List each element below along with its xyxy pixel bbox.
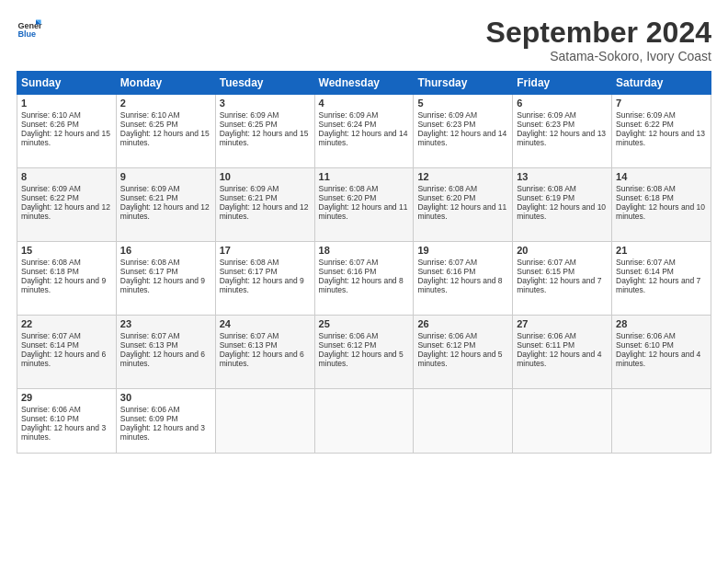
sunset-text: Sunset: 6:12 PM <box>319 340 377 350</box>
day-number: 7 <box>616 98 707 109</box>
sunset-text: Sunset: 6:15 PM <box>517 267 574 276</box>
sunset-text: Sunset: 6:17 PM <box>120 267 178 276</box>
sunrise-text: Sunrise: 6:10 AM <box>21 110 81 120</box>
day-number: 16 <box>120 245 211 256</box>
sunrise-text: Sunrise: 6:06 AM <box>120 405 180 414</box>
sunrise-text: Sunrise: 6:07 AM <box>616 258 676 267</box>
sunset-text: Sunset: 6:22 PM <box>21 193 79 202</box>
sunrise-text: Sunrise: 6:06 AM <box>616 331 676 340</box>
table-row: 17Sunrise: 6:08 AMSunset: 6:17 PMDayligh… <box>215 242 314 316</box>
table-row: 11Sunrise: 6:08 AMSunset: 6:20 PMDayligh… <box>314 168 414 242</box>
sunrise-text: Sunrise: 6:07 AM <box>21 331 81 340</box>
daylight-text: Daylight: 12 hours and 14 minutes. <box>417 129 506 147</box>
table-row: 23Sunrise: 6:07 AMSunset: 6:13 PMDayligh… <box>116 316 215 389</box>
day-number: 2 <box>120 98 211 109</box>
daylight-text: Daylight: 12 hours and 8 minutes. <box>319 276 404 294</box>
table-row: 22Sunrise: 6:07 AMSunset: 6:14 PMDayligh… <box>17 316 117 389</box>
sunrise-text: Sunrise: 6:08 AM <box>616 184 676 193</box>
daylight-text: Daylight: 12 hours and 3 minutes. <box>120 423 205 442</box>
day-number: 1 <box>21 98 112 109</box>
table-row: 21Sunrise: 6:07 AMSunset: 6:14 PMDayligh… <box>612 242 711 316</box>
day-number: 28 <box>616 318 707 329</box>
table-row: 25Sunrise: 6:06 AMSunset: 6:12 PMDayligh… <box>314 316 414 389</box>
table-row: 19Sunrise: 6:07 AMSunset: 6:16 PMDayligh… <box>414 242 513 316</box>
sunset-text: Sunset: 6:19 PM <box>517 193 574 202</box>
sunset-text: Sunset: 6:24 PM <box>319 120 377 129</box>
sunset-text: Sunset: 6:17 PM <box>220 267 278 276</box>
daylight-text: Daylight: 12 hours and 6 minutes. <box>220 350 304 368</box>
daylight-text: Daylight: 12 hours and 14 minutes. <box>319 129 408 147</box>
table-row: 9Sunrise: 6:09 AMSunset: 6:21 PMDaylight… <box>116 168 215 242</box>
sunrise-text: Sunrise: 6:09 AM <box>220 184 279 193</box>
logo: General Blue <box>17 17 42 42</box>
day-number: 22 <box>21 318 112 329</box>
day-number: 23 <box>120 318 211 329</box>
daylight-text: Daylight: 12 hours and 5 minutes. <box>417 350 502 368</box>
daylight-text: Daylight: 12 hours and 6 minutes. <box>21 350 106 368</box>
sunrise-text: Sunrise: 6:07 AM <box>220 331 279 340</box>
col-wednesday: Wednesday <box>314 72 414 95</box>
table-row: 29Sunrise: 6:06 AMSunset: 6:10 PMDayligh… <box>17 389 117 454</box>
daylight-text: Daylight: 12 hours and 9 minutes. <box>21 276 106 294</box>
day-number: 30 <box>120 392 211 403</box>
table-row: 26Sunrise: 6:06 AMSunset: 6:12 PMDayligh… <box>414 316 513 389</box>
daylight-text: Daylight: 12 hours and 6 minutes. <box>120 350 205 368</box>
day-number: 19 <box>417 245 508 256</box>
daylight-text: Daylight: 12 hours and 13 minutes. <box>517 129 606 147</box>
table-row: 20Sunrise: 6:07 AMSunset: 6:15 PMDayligh… <box>513 242 612 316</box>
page-header: General Blue September 2024 Satama-Sokor… <box>17 17 711 63</box>
daylight-text: Daylight: 12 hours and 12 minutes. <box>220 202 309 221</box>
sunrise-text: Sunrise: 6:07 AM <box>417 258 477 267</box>
sunrise-text: Sunrise: 6:09 AM <box>517 110 576 120</box>
sunrise-text: Sunrise: 6:10 AM <box>120 110 180 120</box>
day-number: 29 <box>21 392 112 403</box>
day-number: 6 <box>517 98 608 109</box>
sunrise-text: Sunrise: 6:09 AM <box>319 110 379 120</box>
daylight-text: Daylight: 12 hours and 9 minutes. <box>220 276 304 294</box>
day-number: 15 <box>21 245 112 256</box>
daylight-text: Daylight: 12 hours and 7 minutes. <box>517 276 601 294</box>
daylight-text: Daylight: 12 hours and 11 minutes. <box>319 202 408 221</box>
table-row: 15Sunrise: 6:08 AMSunset: 6:18 PMDayligh… <box>17 242 117 316</box>
logo-icon: General Blue <box>17 17 42 42</box>
svg-text:Blue: Blue <box>17 29 36 39</box>
daylight-text: Daylight: 12 hours and 4 minutes. <box>616 350 700 368</box>
sunset-text: Sunset: 6:25 PM <box>220 120 278 129</box>
daylight-text: Daylight: 12 hours and 12 minutes. <box>21 202 110 221</box>
sunset-text: Sunset: 6:18 PM <box>616 193 674 202</box>
sunset-text: Sunset: 6:16 PM <box>417 267 475 276</box>
table-row <box>612 389 711 454</box>
day-number: 5 <box>417 98 508 109</box>
daylight-text: Daylight: 12 hours and 15 minutes. <box>220 129 309 147</box>
sunrise-text: Sunrise: 6:07 AM <box>517 258 576 267</box>
daylight-text: Daylight: 12 hours and 3 minutes. <box>21 423 106 442</box>
table-row <box>414 389 513 454</box>
day-number: 8 <box>21 171 112 182</box>
sunrise-text: Sunrise: 6:06 AM <box>21 405 81 414</box>
calendar-table: Sunday Monday Tuesday Wednesday Thursday… <box>17 71 711 454</box>
table-row: 4Sunrise: 6:09 AMSunset: 6:24 PMDaylight… <box>314 95 414 168</box>
sunset-text: Sunset: 6:12 PM <box>417 340 475 350</box>
table-row: 13Sunrise: 6:08 AMSunset: 6:19 PMDayligh… <box>513 168 612 242</box>
sunrise-text: Sunrise: 6:09 AM <box>120 184 180 193</box>
sunrise-text: Sunrise: 6:09 AM <box>220 110 279 120</box>
col-saturday: Saturday <box>612 72 711 95</box>
sunrise-text: Sunrise: 6:08 AM <box>220 258 279 267</box>
table-row: 24Sunrise: 6:07 AMSunset: 6:13 PMDayligh… <box>215 316 314 389</box>
table-row: 2Sunrise: 6:10 AMSunset: 6:25 PMDaylight… <box>116 95 215 168</box>
table-row <box>215 389 314 454</box>
month-title: September 2024 <box>486 17 711 49</box>
col-sunday: Sunday <box>17 72 117 95</box>
sunset-text: Sunset: 6:11 PM <box>517 340 574 350</box>
daylight-text: Daylight: 12 hours and 10 minutes. <box>517 202 606 221</box>
sunset-text: Sunset: 6:14 PM <box>616 267 674 276</box>
sunset-text: Sunset: 6:18 PM <box>21 267 79 276</box>
table-row: 5Sunrise: 6:09 AMSunset: 6:23 PMDaylight… <box>414 95 513 168</box>
sunrise-text: Sunrise: 6:07 AM <box>120 331 180 340</box>
sunrise-text: Sunrise: 6:07 AM <box>319 258 379 267</box>
location-subtitle: Satama-Sokoro, Ivory Coast <box>486 49 711 63</box>
day-number: 14 <box>616 171 707 182</box>
daylight-text: Daylight: 12 hours and 8 minutes. <box>417 276 502 294</box>
sunset-text: Sunset: 6:21 PM <box>220 193 278 202</box>
sunset-text: Sunset: 6:20 PM <box>417 193 475 202</box>
